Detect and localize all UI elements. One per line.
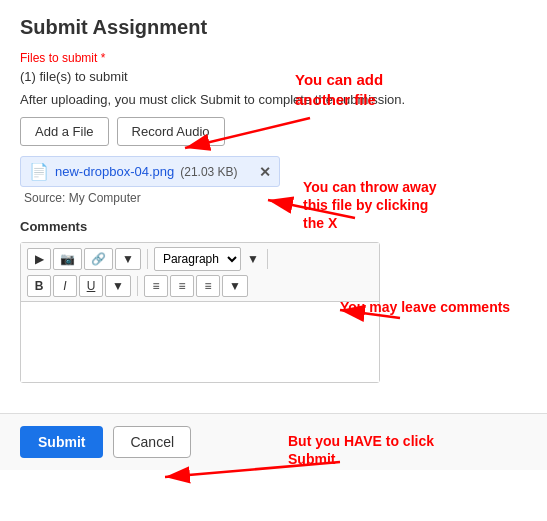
align-right-button[interactable]: ≡ (196, 275, 220, 297)
page-title: Submit Assignment (20, 16, 527, 39)
camera-button[interactable]: 📷 (53, 248, 82, 270)
link-button[interactable]: 🔗 (84, 248, 113, 270)
align-left-button[interactable]: ≡ (144, 275, 168, 297)
add-file-button[interactable]: Add a File (20, 117, 109, 146)
files-label-text: Files to submit (20, 51, 97, 65)
required-star: * (101, 51, 106, 65)
play-button[interactable]: ▶ (27, 248, 51, 270)
action-buttons: Add a File Record Audio (20, 117, 527, 146)
format-dropdown-button[interactable]: ▼ (105, 275, 131, 297)
toolbar-divider-2 (267, 249, 268, 269)
file-link[interactable]: new-dropbox-04.png (55, 164, 174, 179)
annotation-comments: You may leave comments (340, 298, 510, 316)
bold-button[interactable]: B (27, 275, 51, 297)
upload-notice: After uploading, you must click Submit t… (20, 92, 527, 107)
select-arrow: ▼ (245, 252, 261, 266)
record-audio-button[interactable]: Record Audio (117, 117, 225, 146)
toolbar-divider-1 (147, 249, 148, 269)
annotation-remove-file: You can throw awaythis file by clickingt… (303, 178, 437, 233)
editor-toolbar: ▶ 📷 🔗 ▼ Paragraph ▼ B I U ▼ ≡ ≡ ≡ (21, 243, 379, 302)
editor-body[interactable] (21, 302, 379, 382)
annotation-add-file: You can addanother file (295, 70, 383, 109)
media-dropdown-button[interactable]: ▼ (115, 248, 141, 270)
file-size: (21.03 KB) (180, 165, 237, 179)
italic-button[interactable]: I (53, 275, 77, 297)
underline-button[interactable]: U (79, 275, 103, 297)
annotation-submit: But you HAVE to clickSubmit (288, 432, 434, 468)
format-toolbar-group: B I U ▼ (27, 275, 131, 297)
file-item: 📄 new-dropbox-04.png (21.03 KB) ✕ (20, 156, 280, 187)
file-remove-button[interactable]: ✕ (259, 164, 271, 180)
align-toolbar-group: ≡ ≡ ≡ ▼ (144, 275, 248, 297)
paragraph-select[interactable]: Paragraph (154, 247, 241, 271)
align-dropdown-button[interactable]: ▼ (222, 275, 248, 297)
bottom-bar: Submit Cancel (0, 413, 547, 470)
media-toolbar-group: ▶ 📷 🔗 ▼ (27, 248, 141, 270)
rich-text-editor: ▶ 📷 🔗 ▼ Paragraph ▼ B I U ▼ ≡ ≡ ≡ (20, 242, 380, 383)
submit-button[interactable]: Submit (20, 426, 103, 458)
comments-label: Comments (20, 219, 527, 234)
files-label: Files to submit * (20, 51, 527, 65)
cancel-button[interactable]: Cancel (113, 426, 191, 458)
files-count: (1) file(s) to submit (20, 69, 527, 84)
align-center-button[interactable]: ≡ (170, 275, 194, 297)
toolbar-divider-3 (137, 276, 138, 296)
file-icon: 📄 (29, 162, 49, 181)
file-source: Source: My Computer (20, 191, 527, 205)
